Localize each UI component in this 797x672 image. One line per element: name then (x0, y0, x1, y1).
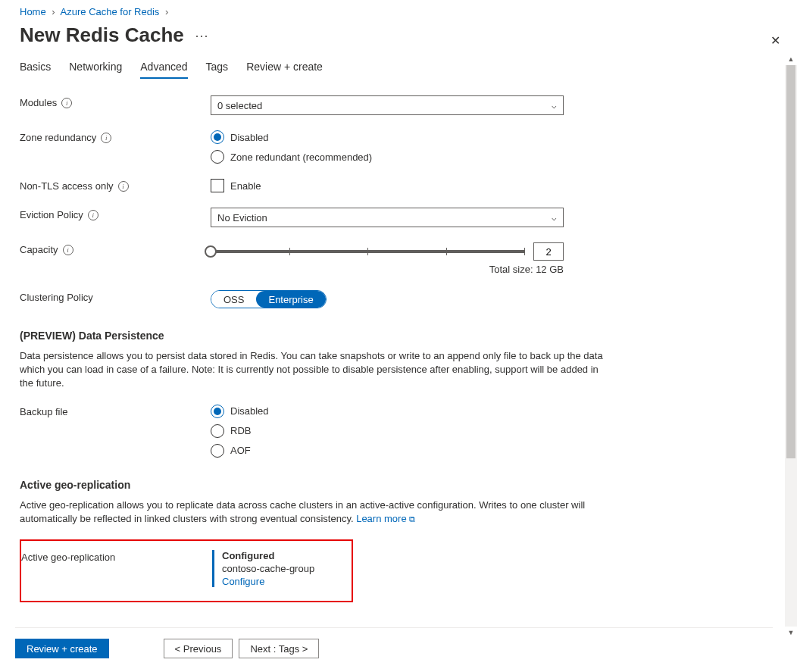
previous-button[interactable]: < Previous (164, 639, 233, 658)
learn-more-link[interactable]: Learn more ⧉ (356, 513, 415, 524)
radio-label: RDB (230, 425, 251, 436)
geo-status-state: Configured (222, 550, 314, 561)
external-link-icon: ⧉ (409, 514, 415, 524)
next-button[interactable]: Next : Tags > (239, 639, 319, 658)
chevron-right-icon: › (165, 6, 168, 17)
breadcrumb: Home › Azure Cache for Redis › (20, 6, 777, 17)
radio-label: Zone redundant (recommended) (230, 152, 372, 163)
chevron-down-icon: ⌵ (552, 213, 557, 223)
scroll-down-icon[interactable]: ▼ (785, 627, 797, 639)
zone-redundancy-label: Zone redundancy (20, 132, 96, 143)
footer-actions: Review + create < Previous Next : Tags > (15, 627, 773, 658)
chevron-down-icon: ⌵ (552, 101, 557, 111)
active-geo-label: Active geo-replication (21, 550, 212, 587)
checkbox-icon (211, 179, 224, 192)
total-size-label: Total size: 12 GB (211, 264, 564, 275)
eviction-value: No Eviction (217, 212, 267, 223)
clustering-policy-label: Clustering Policy (20, 292, 93, 303)
chevron-right-icon: › (52, 6, 55, 17)
scroll-up-icon[interactable]: ▲ (785, 53, 797, 65)
more-icon[interactable]: ⋯ (195, 27, 209, 44)
slider-thumb[interactable] (205, 245, 217, 258)
capacity-input[interactable] (533, 242, 564, 261)
radio-icon (211, 444, 224, 458)
backup-file-label: Backup file (20, 406, 68, 417)
close-button[interactable]: ✕ (770, 33, 780, 48)
scrollbar[interactable]: ▲ ▼ (785, 65, 797, 627)
modules-label: Modules (20, 97, 57, 108)
breadcrumb-home[interactable]: Home (20, 6, 46, 17)
page-title: New Redis Cache (20, 23, 184, 47)
review-create-button[interactable]: Review + create (15, 639, 109, 658)
non-tls-label: Non-TLS access only (20, 180, 114, 192)
close-icon: ✕ (770, 34, 780, 47)
scrollbar-thumb[interactable] (786, 65, 795, 458)
geo-configure-link[interactable]: Configure (222, 576, 264, 587)
tabs: Basics Networking Advanced Tags Review +… (20, 61, 777, 79)
tab-advanced[interactable]: Advanced (140, 61, 187, 79)
modules-value: 0 selected (217, 100, 262, 111)
section-geo-desc: Active geo-replication allows you to rep… (20, 499, 603, 526)
section-geo-title: Active geo-replication (20, 479, 777, 491)
section-persistence-title: (PREVIEW) Data Persistence (20, 330, 777, 342)
info-icon[interactable]: i (63, 245, 73, 255)
modules-dropdown[interactable]: 0 selected ⌵ (211, 95, 564, 115)
radio-label: Disabled (230, 405, 269, 417)
toggle-oss[interactable]: OSS (211, 291, 256, 308)
clustering-policy-toggle: OSS Enterprise (211, 290, 327, 308)
eviction-policy-dropdown[interactable]: No Eviction ⌵ (211, 208, 564, 227)
breadcrumb-azure-cache[interactable]: Azure Cache for Redis (61, 6, 160, 17)
info-icon[interactable]: i (88, 210, 98, 220)
radio-zone-redundant[interactable]: Zone redundant (recommended) (211, 150, 777, 164)
radio-backup-aof[interactable]: AOF (211, 444, 777, 458)
geo-status: Configured contoso-cache-group Configure (212, 550, 314, 587)
checkbox-non-tls-enable[interactable]: Enable (211, 179, 777, 192)
radio-backup-rdb[interactable]: RDB (211, 424, 777, 438)
radio-zone-disabled[interactable]: Disabled (211, 130, 777, 144)
capacity-slider[interactable] (211, 250, 524, 253)
radio-icon (211, 150, 224, 164)
tab-review-create[interactable]: Review + create (246, 61, 323, 79)
info-icon[interactable]: i (118, 181, 129, 192)
tab-networking[interactable]: Networking (69, 61, 122, 79)
radio-label: Disabled (230, 132, 269, 143)
section-persistence-desc: Data persistence allows you to persist d… (20, 349, 603, 391)
radio-icon (211, 424, 224, 438)
checkbox-label: Enable (230, 180, 261, 192)
geo-replication-highlight: Active geo-replication Configured contos… (20, 539, 353, 602)
eviction-policy-label: Eviction Policy (20, 209, 83, 220)
tab-tags[interactable]: Tags (206, 61, 229, 79)
radio-icon (211, 130, 224, 144)
capacity-label: Capacity (20, 244, 58, 255)
tab-basics[interactable]: Basics (20, 61, 51, 79)
toggle-enterprise[interactable]: Enterprise (256, 291, 325, 308)
info-icon[interactable]: i (101, 133, 111, 143)
geo-status-group: contoso-cache-group (222, 563, 314, 574)
radio-label: AOF (230, 445, 251, 456)
radio-backup-disabled[interactable]: Disabled (211, 405, 777, 418)
info-icon[interactable]: i (61, 98, 72, 108)
radio-icon (211, 405, 224, 418)
